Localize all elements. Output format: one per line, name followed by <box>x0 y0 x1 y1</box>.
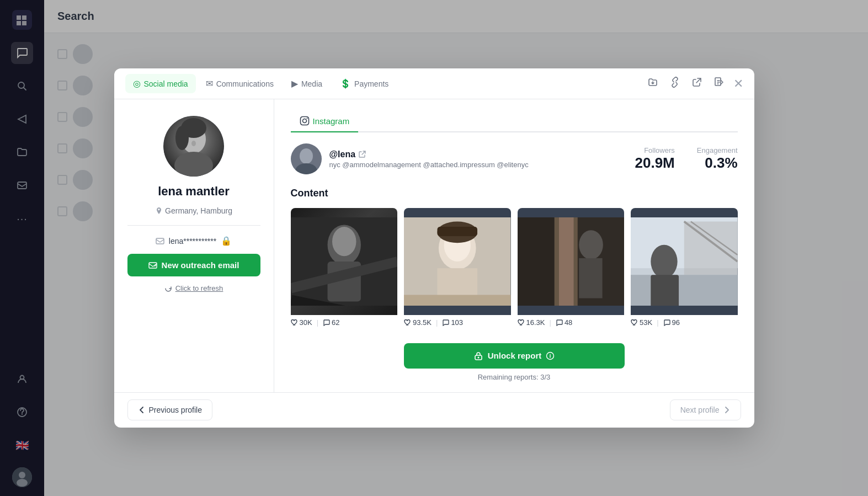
previous-profile-button[interactable]: Previous profile <box>127 399 213 420</box>
likes-stat-3: 16.3K <box>518 318 545 327</box>
refresh-label: Click to refresh <box>175 284 223 292</box>
location-text: Germany, Hamburg <box>165 206 232 215</box>
engagement-label: Engagement <box>697 146 738 154</box>
heart-icon-3 <box>518 319 525 326</box>
engagement-stat: Engagement 0.3% <box>697 146 738 172</box>
likes-value-1: 30K <box>300 318 312 327</box>
comments-stat-2: 103 <box>442 318 463 327</box>
comments-stat-1: 62 <box>323 318 339 327</box>
modal-tabs-bar: ◎ Social media ✉ Communications ▶ Media … <box>114 68 754 99</box>
tab-media[interactable]: ▶ Media <box>284 74 330 93</box>
next-label: Next profile <box>680 406 720 414</box>
modal: ◎ Social media ✉ Communications ▶ Media … <box>114 68 754 428</box>
ig-handle: @lena <box>329 150 627 159</box>
content-item-4: 53K | 96 <box>631 208 738 330</box>
tab-communications-label: Communications <box>216 79 274 88</box>
next-profile-button[interactable]: Next profile <box>670 399 741 420</box>
unlock-btn-label: Unlock report <box>488 351 542 360</box>
email-masked-text: lena*********** <box>169 237 216 246</box>
stat-divider-2: | <box>436 318 438 327</box>
comments-value-1: 62 <box>332 318 339 327</box>
open-external-button[interactable] <box>689 74 705 93</box>
profile-location: Germany, Hamburg <box>155 206 232 215</box>
new-outreach-email-button[interactable]: New outreach email <box>127 254 260 276</box>
modal-footer: Previous profile Next profile <box>114 392 754 428</box>
svg-point-52 <box>477 356 479 358</box>
new-outreach-label: New outreach email <box>162 260 239 270</box>
content-item-3: 16.3K | 48 <box>518 208 625 330</box>
likes-value-2: 93.5K <box>413 318 432 327</box>
content-item-1: 30K | 62 <box>291 208 398 330</box>
lock-icon <box>473 351 483 361</box>
copy-link-button[interactable] <box>667 74 683 93</box>
likes-value-3: 16.3K <box>526 318 545 327</box>
content-stats-2: 93.5K | 103 <box>404 315 511 330</box>
svg-rect-50 <box>651 275 679 306</box>
svg-point-19 <box>306 118 307 119</box>
chevron-right-icon <box>723 406 731 414</box>
refresh-button[interactable]: Click to refresh <box>164 284 223 292</box>
download-folder-button[interactable] <box>645 74 661 93</box>
location-icon <box>155 207 163 215</box>
tab-payments[interactable]: 💲 Payments <box>332 74 396 93</box>
refresh-icon <box>164 285 172 292</box>
prev-label: Previous profile <box>149 406 203 414</box>
divider <box>127 225 260 226</box>
profile-panel: lena mantler Germany, Hamburg lena******… <box>114 99 274 392</box>
comment-icon-2 <box>442 319 449 326</box>
stat-divider-3: | <box>549 318 551 327</box>
svg-point-13 <box>175 126 189 150</box>
comment-icon-3 <box>556 319 563 326</box>
profile-name: lena mantler <box>158 184 230 199</box>
tab-social-media[interactable]: ◎ Social media <box>125 74 196 93</box>
content-stats-4: 53K | 96 <box>631 315 738 330</box>
tab-social-media-label: Social media <box>144 79 188 88</box>
profile-email: lena*********** 🔒 <box>156 236 232 246</box>
platform-tabs: Instagram <box>291 110 738 132</box>
svg-point-26 <box>332 227 356 256</box>
svg-point-14 <box>191 141 196 146</box>
instagram-icon <box>300 116 310 126</box>
likes-value-4: 53K <box>640 318 652 327</box>
modal-overlay[interactable]: ◎ Social media ✉ Communications ▶ Media … <box>0 0 868 496</box>
content-image-4 <box>631 208 738 315</box>
svg-rect-45 <box>684 221 738 275</box>
likes-stat-2: 93.5K <box>404 318 432 327</box>
svg-rect-41 <box>518 217 555 306</box>
stat-divider-4: | <box>657 318 658 327</box>
ig-avatar <box>291 143 322 174</box>
content-section-title: Content <box>291 188 738 199</box>
social-media-tab-icon: ◎ <box>133 78 141 89</box>
heart-icon-1 <box>291 319 298 326</box>
unlock-report-button[interactable]: Unlock report <box>404 343 625 369</box>
comments-stat-4: 96 <box>663 318 680 327</box>
ig-profile-row: @lena nyc @ammodelmanagement @attached.i… <box>291 143 738 174</box>
communications-tab-icon: ✉ <box>206 78 213 89</box>
tab-communications[interactable]: ✉ Communications <box>198 74 281 93</box>
content-item-2: 93.5K | 103 <box>404 208 511 330</box>
comments-value-3: 48 <box>565 318 572 327</box>
svg-rect-33 <box>404 295 511 306</box>
comments-value-4: 96 <box>672 318 680 327</box>
profile-avatar <box>163 116 224 177</box>
comment-icon-4 <box>663 319 670 326</box>
email-icon <box>156 237 164 246</box>
close-button[interactable]: ✕ <box>733 77 743 91</box>
payments-tab-icon: 💲 <box>340 78 351 89</box>
unlock-section: Unlock report Remaining reports: 3/3 <box>291 343 738 381</box>
ig-info: @lena nyc @ammodelmanagement @attached.i… <box>329 150 627 169</box>
modal-action-buttons: ✕ <box>645 74 743 93</box>
ig-bio: nyc @ammodelmanagement @attached.impress… <box>329 161 627 169</box>
svg-rect-35 <box>437 227 477 236</box>
media-tab-icon: ▶ <box>291 78 298 89</box>
likes-stat-1: 30K <box>291 318 312 327</box>
content-grid: 30K | 62 <box>291 208 738 330</box>
tab-instagram[interactable]: Instagram <box>291 110 359 132</box>
ig-stats: Followers 20.9M Engagement 0.3% <box>635 146 738 172</box>
svg-rect-8 <box>715 78 721 86</box>
svg-rect-15 <box>156 238 164 244</box>
download-pdf-button[interactable] <box>711 74 727 93</box>
stat-divider-1: | <box>317 318 318 327</box>
unlock-email-button[interactable]: 🔒 <box>221 236 232 246</box>
external-link-icon[interactable] <box>359 151 366 158</box>
